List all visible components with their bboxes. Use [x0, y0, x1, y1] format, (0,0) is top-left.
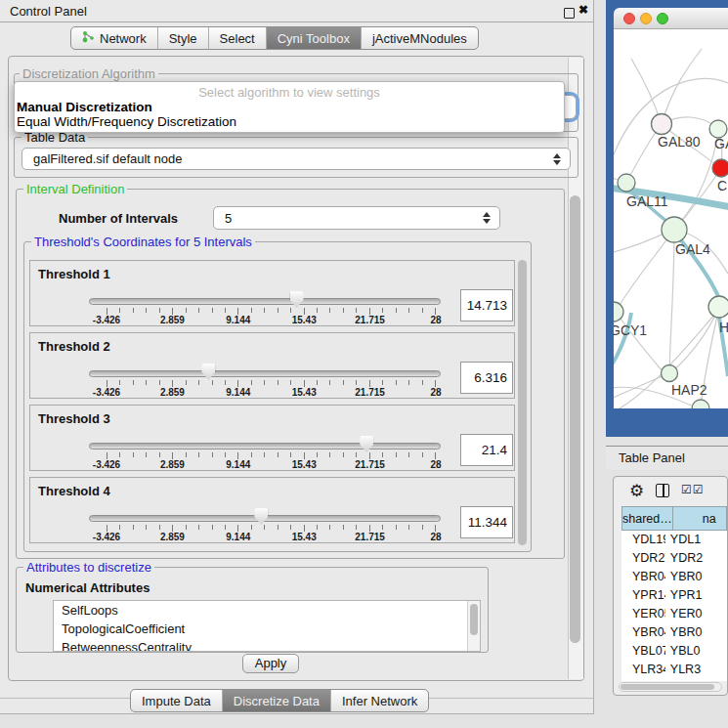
column-split-icon[interactable]	[656, 484, 669, 497]
node-label: GA	[714, 136, 728, 151]
tab-select[interactable]: Select	[208, 27, 266, 49]
cell-shared-name: YER054C	[621, 605, 665, 623]
cell-shared-name: YDR27…	[621, 549, 665, 568]
column-header-shared-name[interactable]: shared…	[621, 506, 673, 531]
bottom-tab-discretize-data[interactable]: Discretize Data	[222, 690, 330, 711]
zoom-light[interactable]	[657, 13, 668, 24]
checkbox-pair-icon[interactable]: ☑☑	[681, 483, 705, 496]
threshold-label: Threshold 4	[38, 484, 110, 498]
close-light[interactable]	[623, 13, 635, 24]
slider-ticks	[107, 308, 436, 316]
gear-icon[interactable]: ⚙	[629, 481, 644, 500]
attributes-scrollbar[interactable]	[467, 601, 480, 651]
slider-tick-label: -3.426	[93, 387, 120, 398]
number-of-intervals-select[interactable]: 5	[213, 206, 500, 230]
threshold-value-field[interactable]: 6.316	[460, 362, 513, 394]
table-row[interactable]: YLR345WYLR3	[621, 661, 727, 679]
attributes-scrollbar-thumb[interactable]	[470, 604, 478, 635]
cell-shared-name: YBL079W	[621, 642, 665, 661]
table-row[interactable]: YPR145WYPR1	[621, 586, 727, 605]
table-row[interactable]: YDL19…YDL1	[621, 531, 727, 549]
tab-jactivemnodules[interactable]: jActiveMNodules	[361, 27, 478, 49]
slider-tick-label: 15.43	[292, 315, 317, 325]
table-row[interactable]: YIL052CYIL0	[621, 679, 727, 681]
network-node-c[interactable]	[712, 159, 728, 177]
network-node-gal11[interactable]	[618, 174, 635, 192]
cell-name: YBR0	[665, 568, 727, 586]
table-panel-title: Table Panel	[619, 450, 685, 465]
numerical-attributes-list[interactable]: SelfLoopsTopologicalCoefficientBetweenne…	[53, 600, 481, 652]
algorithm-popup-hint: Select algorithm to view settings	[15, 85, 564, 100]
network-window-titlebar[interactable]	[614, 8, 728, 29]
apply-button[interactable]: Apply	[242, 654, 299, 673]
network-node-hap2[interactable]	[662, 365, 678, 382]
table-row[interactable]: YBL079WYBL0	[621, 642, 727, 661]
thresholds-group-label: Threshold's Coordinates for 5 Intervals	[31, 235, 255, 249]
slider-tick-label: 2.859	[160, 459, 185, 470]
float-window-icon[interactable]	[564, 8, 575, 19]
threshold-label: Threshold 1	[38, 267, 110, 281]
algorithm-option-manual-discretization[interactable]: Manual Discretization	[17, 100, 152, 114]
attribute-item-topologicalcoefficient[interactable]: TopologicalCoefficient	[54, 620, 480, 638]
network-node-h[interactable]	[708, 296, 728, 318]
table-row[interactable]: YDR27…YDR2	[621, 549, 727, 568]
threshold-value-field[interactable]: 11.344	[460, 506, 513, 538]
control-panel-tabbar: NetworkStyleSelectCyni ToolboxjActiveMNo…	[70, 26, 479, 50]
slider-ticks	[107, 525, 436, 533]
column-header-name[interactable]: na	[673, 506, 727, 531]
outer-scrollbar-thumb[interactable]	[570, 195, 580, 643]
algorithm-group-label: Discretization Algorithm	[20, 66, 158, 81]
threshold-slider-track[interactable]	[89, 443, 441, 450]
network-node-gcy1[interactable]	[614, 302, 623, 321]
network-node[interactable]	[692, 400, 709, 408]
thresholds-scrollbar-thumb[interactable]	[518, 260, 527, 545]
bottom-tab-infer-network[interactable]: Infer Network	[330, 690, 428, 711]
tab-label: Cyni Toolbox	[278, 31, 350, 46]
threshold-value-field[interactable]: 14.713	[460, 289, 513, 321]
threshold-slider-thumb[interactable]	[254, 508, 268, 525]
attribute-item-selfloops[interactable]: SelfLoops	[54, 601, 480, 620]
network-node-gal80[interactable]	[652, 114, 672, 135]
close-icon[interactable]: ✖	[578, 3, 588, 17]
tab-label: Style	[169, 31, 197, 46]
node-label: HAP2	[671, 382, 707, 398]
threshold-slider-thumb[interactable]	[201, 364, 215, 380]
tab-cyni-toolbox[interactable]: Cyni Toolbox	[266, 27, 361, 49]
table-row[interactable]: YER054CYER0	[621, 605, 727, 623]
tab-network[interactable]: Network	[71, 27, 157, 49]
cell-shared-name: YPR145W	[621, 586, 665, 605]
node-label: GAL11	[626, 193, 668, 209]
number-of-intervals-label: Number of Intervals	[59, 211, 178, 226]
tab-label: Select	[220, 31, 255, 46]
table-row[interactable]: YBR043CYBR0	[621, 568, 727, 586]
table-data-select[interactable]: galFiltered.sif default node	[21, 148, 571, 170]
cell-name: YIL0	[665, 679, 727, 681]
threshold-slider-track[interactable]	[89, 370, 441, 377]
node-table[interactable]: shared… na YDL19…YDL1YDR27…YDR2YBR043CYB…	[621, 506, 727, 681]
threshold-slider-thumb[interactable]	[360, 436, 373, 452]
cell-shared-name: YBR045C	[621, 623, 665, 642]
minimize-light[interactable]	[640, 13, 652, 24]
bottom-tab-label: Discretize Data	[234, 694, 320, 708]
table-header-row: shared… na	[621, 506, 727, 531]
tab-style[interactable]: Style	[157, 27, 208, 49]
network-node-gal4[interactable]	[662, 217, 687, 242]
threshold-slider-track[interactable]	[89, 298, 441, 305]
slider-tick-label: 15.43	[292, 532, 317, 542]
cell-name: YBL0	[665, 642, 727, 661]
number-of-intervals-value: 5	[225, 211, 232, 226]
bottom-tab-impute-data[interactable]: Impute Data	[131, 690, 222, 711]
cell-shared-name: YIL052C	[621, 679, 665, 681]
threshold-slider-thumb[interactable]	[290, 291, 304, 308]
table-row[interactable]: YBR045CYBR0	[621, 623, 727, 642]
network-canvas[interactable]: GAL80GACGAL11GAL4GCY1HHAP2	[614, 29, 728, 408]
threshold-row-4: Threshold 4-3.4262.8599.14415.4321.71528…	[29, 477, 515, 543]
node-label: GCY1	[614, 322, 647, 338]
attribute-item-betweennesscentrality[interactable]: BetweennessCentrality	[54, 638, 480, 652]
table-hscrollbar-thumb[interactable]	[621, 684, 714, 690]
algorithm-option-equal-width-frequency-discretization[interactable]: Equal Width/Frequency Discretization	[17, 114, 236, 129]
table-hscrollbar[interactable]	[619, 682, 722, 692]
cell-name: YDR2	[665, 549, 727, 568]
threshold-value-field[interactable]: 21.4	[460, 434, 513, 466]
slider-tick-label: 2.859	[160, 532, 185, 542]
